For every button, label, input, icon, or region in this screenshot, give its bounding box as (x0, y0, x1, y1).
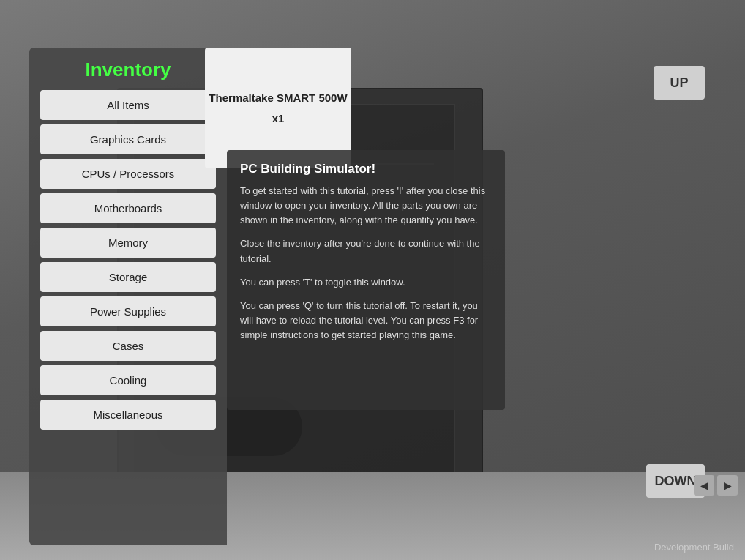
sidebar: Inventory All Items Graphics Cards CPUs … (29, 48, 227, 545)
sidebar-item-cases[interactable]: Cases (40, 331, 216, 361)
arrow-left-icon[interactable]: ◀ (694, 475, 714, 496)
tutorial-para-3: You can press 'Q' to turn this tutorial … (240, 299, 492, 343)
tutorial-para-1: Close the inventory after you're done to… (240, 236, 492, 266)
tutorial-dialog: PC Building Simulator! To get started wi… (227, 150, 505, 410)
sidebar-item-memory[interactable]: Memory (40, 228, 216, 258)
item-card-name: Thermaltake SMART 500W (209, 91, 347, 105)
sidebar-item-all-items[interactable]: All Items (40, 90, 216, 120)
tutorial-para-0: To get started with this tutorial, press… (240, 184, 492, 228)
sidebar-item-storage[interactable]: Storage (40, 262, 216, 292)
tutorial-para-2: You can press 'T' to toggle this window. (240, 275, 492, 290)
sidebar-item-cooling[interactable]: Cooling (40, 365, 216, 395)
item-card-quantity: x1 (272, 111, 285, 126)
tutorial-title: PC Building Simulator! (240, 162, 492, 176)
sidebar-title: Inventory (40, 59, 216, 81)
up-button[interactable]: UP (654, 66, 705, 100)
sidebar-item-power-supplies[interactable]: Power Supplies (40, 296, 216, 326)
dev-build-label: Development Build (654, 542, 734, 553)
sidebar-item-motherboards[interactable]: Motherboards (40, 193, 216, 223)
arrow-right-icon[interactable]: ▶ (717, 475, 738, 496)
arrow-icons: ◀ ▶ (694, 475, 738, 496)
sidebar-item-miscellaneous[interactable]: Miscellaneous (40, 400, 216, 430)
sidebar-item-graphics-cards[interactable]: Graphics Cards (40, 124, 216, 154)
sidebar-item-cpus-processors[interactable]: CPUs / Processors (40, 159, 216, 189)
